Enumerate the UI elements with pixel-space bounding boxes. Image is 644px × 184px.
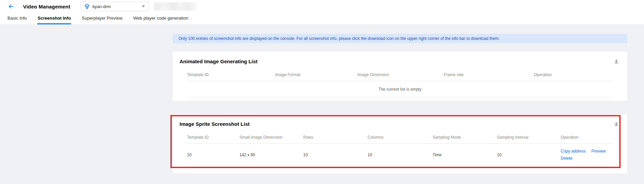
download-button-sprite[interactable]: [613, 120, 620, 127]
dropdown-caret-icon: [142, 5, 145, 7]
column-header: Columns: [368, 135, 433, 140]
column-header: Sampling Interval: [497, 135, 561, 140]
cell-operation: Copy address Preview Delete: [561, 148, 613, 162]
tab-web-player-code[interactable]: Web player code generation: [133, 13, 188, 24]
tab-superplayer-preview[interactable]: Superplayer Preview: [81, 13, 123, 24]
copy-address-link[interactable]: Copy address: [561, 149, 586, 154]
column-header: Operation: [534, 72, 613, 77]
vod-app-icon: [84, 4, 90, 9]
cell-rows: 10: [303, 153, 368, 157]
column-header: Small Image Dimension: [240, 135, 303, 140]
image-sprite-card: Image Sprite Screenshot List Template ID…: [173, 114, 627, 174]
page-title: Video Management: [23, 4, 70, 9]
cell-columns: 10: [368, 153, 433, 157]
tab-screenshot-info[interactable]: Screenshot Info: [37, 13, 71, 24]
info-banner: Only 100 entries of screenshot info are …: [173, 34, 627, 43]
preview-link[interactable]: Preview: [591, 149, 606, 154]
column-header: Rows: [303, 135, 368, 140]
content-area: Only 100 entries of screenshot info are …: [0, 24, 644, 184]
cell-sampling-interval: 10: [497, 153, 561, 157]
column-header: Frame rate: [444, 72, 534, 77]
column-header: Operation: [561, 135, 613, 140]
download-button-animated[interactable]: [613, 58, 620, 65]
tab-basic-info[interactable]: Basic Info: [7, 13, 27, 24]
animated-table-header: Template ID Image Format Image Dimension…: [187, 68, 613, 81]
download-icon: [614, 59, 619, 64]
back-arrow-icon: [8, 4, 14, 9]
cell-template-id: 10: [187, 153, 240, 157]
table-row: 10 142 x 80 10 10 Time 10 Copy address P…: [187, 144, 613, 166]
sprite-table: Template ID Small Image Dimension Rows C…: [187, 131, 613, 166]
app-select-value: tiyan-drm: [92, 4, 111, 9]
column-header: Image Format: [275, 72, 357, 77]
column-header: Template ID: [187, 72, 275, 77]
sprite-card-title: Image Sprite Screenshot List: [180, 121, 620, 127]
back-button[interactable]: [7, 2, 15, 10]
column-header: Template ID: [187, 135, 240, 140]
animated-card-title: Animated Image Generating List: [180, 59, 620, 64]
tab-bar: Basic Info Screenshot Info Superplayer P…: [0, 13, 644, 24]
download-icon: [614, 121, 619, 127]
delete-link[interactable]: Delete: [561, 156, 573, 161]
redacted-text-blur: [154, 2, 196, 10]
app-select-dropdown[interactable]: tiyan-drm: [81, 2, 149, 11]
empty-list-message: The current list is empty: [187, 81, 613, 97]
animated-table: Template ID Image Format Image Dimension…: [187, 68, 613, 97]
sprite-table-header: Template ID Small Image Dimension Rows C…: [187, 131, 613, 144]
column-header: Image Dimension: [357, 72, 444, 77]
column-header: Sampling Mode: [433, 135, 497, 140]
cell-sampling-mode: Time: [433, 153, 497, 157]
cell-small-image-dimension: 142 x 80: [240, 153, 303, 157]
top-bar: Video Management tiyan-drm: [0, 0, 644, 13]
animated-image-card: Animated Image Generating List Template …: [173, 52, 627, 101]
